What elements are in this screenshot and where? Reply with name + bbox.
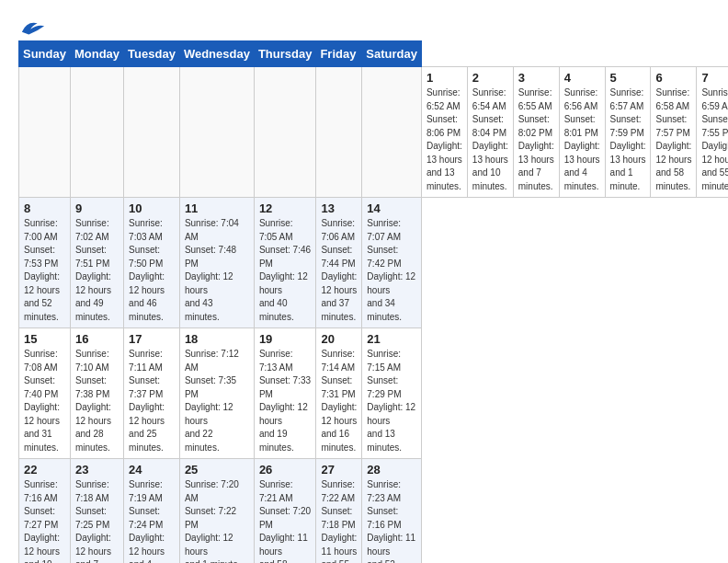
day-info: Sunrise: 7:04 AMSunset: 7:48 PMDaylight:… (185, 217, 249, 324)
column-header-wednesday: Wednesday (179, 41, 254, 67)
calendar-cell: 21Sunrise: 7:15 AMSunset: 7:29 PMDayligh… (362, 328, 422, 459)
column-header-sunday: Sunday (19, 41, 71, 67)
day-info: Sunrise: 6:54 AMSunset: 8:04 PMDaylight:… (472, 86, 508, 193)
calendar-cell: 7Sunrise: 6:59 AMSunset: 7:55 PMDaylight… (697, 67, 728, 198)
day-info: Sunrise: 7:08 AMSunset: 7:40 PMDaylight:… (24, 348, 65, 454)
day-number: 22 (24, 463, 65, 477)
day-info: Sunrise: 6:57 AMSunset: 7:59 PMDaylight:… (610, 86, 646, 193)
day-info: Sunrise: 7:00 AMSunset: 7:53 PMDaylight:… (24, 217, 65, 324)
column-header-monday: Monday (70, 41, 123, 67)
calendar-cell: 24Sunrise: 7:19 AMSunset: 7:24 PMDayligh… (124, 459, 180, 564)
day-number: 15 (24, 332, 65, 346)
day-info: Sunrise: 7:21 AMSunset: 7:20 PMDaylight:… (259, 478, 312, 563)
day-number: 9 (75, 201, 119, 215)
day-number: 1 (427, 71, 462, 85)
calendar-cell (70, 67, 123, 198)
calendar-cell (362, 67, 422, 198)
calendar-cell: 3Sunrise: 6:55 AMSunset: 8:02 PMDaylight… (513, 67, 559, 198)
day-info: Sunrise: 7:14 AMSunset: 7:31 PMDaylight:… (321, 348, 357, 454)
column-header-saturday: Saturday (362, 41, 422, 67)
calendar-cell: 12Sunrise: 7:05 AMSunset: 7:46 PMDayligh… (254, 198, 316, 328)
page-header (18, 18, 710, 31)
day-info: Sunrise: 7:05 AMSunset: 7:46 PMDaylight:… (259, 217, 312, 324)
day-info: Sunrise: 7:22 AMSunset: 7:18 PMDaylight:… (321, 478, 357, 563)
calendar-cell: 1Sunrise: 6:52 AMSunset: 8:06 PMDaylight… (421, 67, 467, 198)
day-number: 13 (321, 201, 357, 215)
day-number: 26 (259, 463, 312, 477)
logo-bird-icon (20, 18, 46, 37)
calendar-cell: 13Sunrise: 7:06 AMSunset: 7:44 PMDayligh… (316, 198, 362, 328)
day-number: 12 (259, 201, 312, 215)
logo (18, 18, 46, 31)
day-info: Sunrise: 7:02 AMSunset: 7:51 PMDaylight:… (75, 217, 119, 324)
day-info: Sunrise: 7:13 AMSunset: 7:33 PMDaylight:… (259, 348, 312, 454)
calendar-cell (254, 67, 316, 198)
day-number: 16 (75, 332, 119, 346)
calendar-cell: 26Sunrise: 7:21 AMSunset: 7:20 PMDayligh… (254, 459, 316, 564)
calendar-cell: 5Sunrise: 6:57 AMSunset: 7:59 PMDaylight… (605, 67, 651, 198)
calendar-cell: 4Sunrise: 6:56 AMSunset: 8:01 PMDaylight… (559, 67, 605, 198)
calendar-cell: 16Sunrise: 7:10 AMSunset: 7:38 PMDayligh… (70, 328, 123, 459)
column-header-thursday: Thursday (254, 41, 316, 67)
calendar-cell (19, 67, 71, 198)
day-info: Sunrise: 7:03 AMSunset: 7:50 PMDaylight:… (129, 217, 175, 324)
calendar-week-2: 15Sunrise: 7:08 AMSunset: 7:40 PMDayligh… (19, 328, 729, 459)
calendar-body: 1Sunrise: 6:52 AMSunset: 8:06 PMDaylight… (19, 67, 729, 564)
day-number: 24 (129, 463, 175, 477)
calendar-cell: 17Sunrise: 7:11 AMSunset: 7:37 PMDayligh… (124, 328, 180, 459)
calendar-week-1: 8Sunrise: 7:00 AMSunset: 7:53 PMDaylight… (19, 198, 729, 328)
day-info: Sunrise: 6:52 AMSunset: 8:06 PMDaylight:… (427, 86, 462, 193)
day-info: Sunrise: 7:20 AMSunset: 7:22 PMDaylight:… (185, 478, 249, 563)
calendar-cell: 8Sunrise: 7:00 AMSunset: 7:53 PMDaylight… (19, 198, 71, 328)
calendar-week-0: 1Sunrise: 6:52 AMSunset: 8:06 PMDaylight… (19, 67, 729, 198)
calendar-cell: 6Sunrise: 6:58 AMSunset: 7:57 PMDaylight… (651, 67, 697, 198)
day-number: 20 (321, 332, 357, 346)
calendar-cell: 27Sunrise: 7:22 AMSunset: 7:18 PMDayligh… (316, 459, 362, 564)
calendar-cell: 15Sunrise: 7:08 AMSunset: 7:40 PMDayligh… (19, 328, 71, 459)
calendar-cell (179, 67, 254, 198)
day-number: 18 (185, 332, 249, 346)
day-number: 7 (701, 71, 728, 85)
day-number: 10 (129, 201, 175, 215)
calendar-cell: 22Sunrise: 7:16 AMSunset: 7:27 PMDayligh… (19, 459, 71, 564)
day-number: 3 (518, 71, 554, 85)
calendar-cell: 2Sunrise: 6:54 AMSunset: 8:04 PMDaylight… (467, 67, 513, 198)
calendar-cell: 14Sunrise: 7:07 AMSunset: 7:42 PMDayligh… (362, 198, 422, 328)
calendar-cell: 9Sunrise: 7:02 AMSunset: 7:51 PMDaylight… (70, 198, 123, 328)
day-number: 25 (185, 463, 249, 477)
calendar-cell: 10Sunrise: 7:03 AMSunset: 7:50 PMDayligh… (124, 198, 180, 328)
calendar-header-row: SundayMondayTuesdayWednesdayThursdayFrid… (19, 41, 729, 67)
calendar-table: SundayMondayTuesdayWednesdayThursdayFrid… (18, 40, 728, 563)
calendar-cell (124, 67, 180, 198)
day-info: Sunrise: 6:56 AMSunset: 8:01 PMDaylight:… (564, 86, 600, 193)
day-number: 28 (367, 463, 416, 477)
day-number: 14 (367, 201, 416, 215)
day-info: Sunrise: 7:16 AMSunset: 7:27 PMDaylight:… (24, 478, 65, 563)
day-info: Sunrise: 7:10 AMSunset: 7:38 PMDaylight:… (75, 348, 119, 454)
day-number: 2 (472, 71, 508, 85)
day-number: 4 (564, 71, 600, 85)
day-number: 17 (129, 332, 175, 346)
day-info: Sunrise: 7:07 AMSunset: 7:42 PMDaylight:… (367, 217, 416, 324)
day-info: Sunrise: 6:59 AMSunset: 7:55 PMDaylight:… (701, 86, 728, 193)
calendar-cell: 11Sunrise: 7:04 AMSunset: 7:48 PMDayligh… (179, 198, 254, 328)
day-number: 11 (185, 201, 249, 215)
column-header-tuesday: Tuesday (124, 41, 180, 67)
day-number: 8 (24, 201, 65, 215)
calendar-cell: 19Sunrise: 7:13 AMSunset: 7:33 PMDayligh… (254, 328, 316, 459)
day-info: Sunrise: 7:15 AMSunset: 7:29 PMDaylight:… (367, 348, 416, 454)
day-info: Sunrise: 7:18 AMSunset: 7:25 PMDaylight:… (75, 478, 119, 563)
day-number: 6 (655, 71, 691, 85)
day-number: 21 (367, 332, 416, 346)
day-number: 23 (75, 463, 119, 477)
calendar-cell: 20Sunrise: 7:14 AMSunset: 7:31 PMDayligh… (316, 328, 362, 459)
day-info: Sunrise: 6:55 AMSunset: 8:02 PMDaylight:… (518, 86, 554, 193)
day-info: Sunrise: 6:58 AMSunset: 7:57 PMDaylight:… (655, 86, 691, 193)
calendar-cell: 23Sunrise: 7:18 AMSunset: 7:25 PMDayligh… (70, 459, 123, 564)
day-info: Sunrise: 7:06 AMSunset: 7:44 PMDaylight:… (321, 217, 357, 324)
day-info: Sunrise: 7:23 AMSunset: 7:16 PMDaylight:… (367, 478, 416, 563)
day-number: 19 (259, 332, 312, 346)
calendar-cell: 25Sunrise: 7:20 AMSunset: 7:22 PMDayligh… (179, 459, 254, 564)
calendar-cell: 28Sunrise: 7:23 AMSunset: 7:16 PMDayligh… (362, 459, 422, 564)
day-info: Sunrise: 7:12 AMSunset: 7:35 PMDaylight:… (185, 348, 249, 454)
